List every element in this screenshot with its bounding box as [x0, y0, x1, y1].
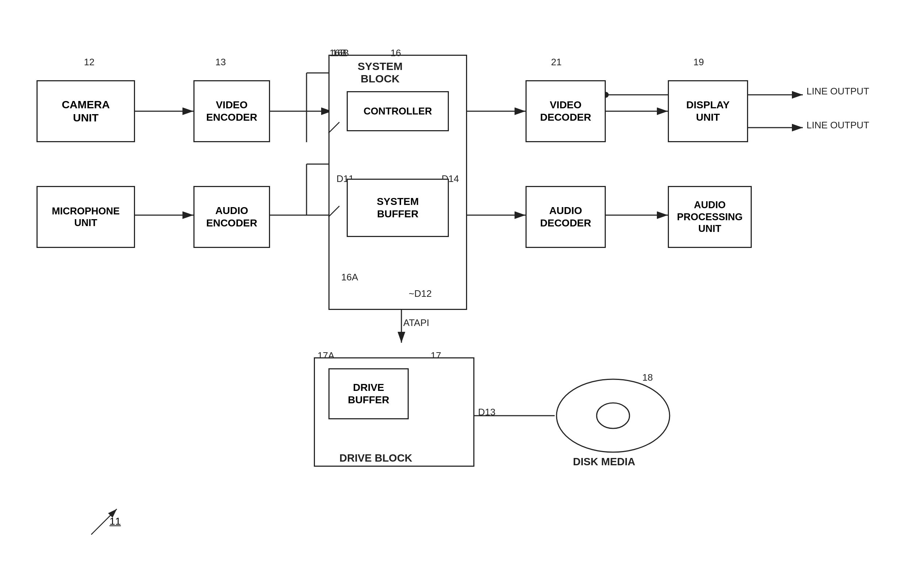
- d13-label: D13: [478, 407, 495, 418]
- ref-13: 13: [215, 57, 226, 68]
- camera-unit-block: CAMERA UNIT: [37, 80, 135, 142]
- drive-block-label: DRIVE BLOCK: [339, 452, 412, 464]
- svg-point-26: [597, 403, 630, 428]
- cut-mark-1: [325, 120, 343, 135]
- disk-media-shape: [555, 372, 672, 463]
- video-decoder-block: VIDEO DECODER: [526, 80, 606, 142]
- diagram-container: 12 CAMERA UNIT 13 VIDEO ENCODER 14 MICRO…: [0, 0, 924, 571]
- microphone-unit-block: MICROPHONE UNIT: [37, 186, 135, 248]
- audio-decoder-block: AUDIO DECODER: [526, 186, 606, 248]
- system-buffer-block: SYSTEM BUFFER: [347, 179, 449, 237]
- ref-16b-mark: 16B: [330, 48, 346, 59]
- ref-16a: 16A: [341, 272, 358, 283]
- drive-buffer-block: DRIVE BUFFER: [328, 368, 409, 419]
- ref-12: 12: [84, 57, 94, 68]
- line-output-1-label: LINE OUTPUT: [806, 86, 869, 97]
- system-block-label: SYSTEMBLOCK: [358, 60, 402, 85]
- line-output-2-label: LINE OUTPUT: [806, 120, 869, 131]
- audio-encoder-block: AUDIO ENCODER: [193, 186, 270, 248]
- svg-line-28: [328, 206, 339, 217]
- atapi-label: ATAPI: [403, 317, 429, 329]
- controller-block: CONTROLLER: [347, 91, 449, 131]
- d12-label: ~D12: [409, 288, 432, 299]
- ref-19: 19: [693, 57, 704, 68]
- display-unit-block: DISPLAY UNIT: [668, 80, 748, 142]
- ref-21: 21: [551, 57, 562, 68]
- ref-16-top: 16: [390, 48, 401, 59]
- svg-line-29: [91, 509, 117, 534]
- video-encoder-block: VIDEO ENCODER: [193, 80, 270, 142]
- cut-mark-2: [325, 204, 343, 219]
- audio-processing-block: AUDIO PROCESSING UNIT: [668, 186, 752, 248]
- ref-11-arrow: [84, 498, 128, 542]
- svg-line-27: [328, 122, 339, 133]
